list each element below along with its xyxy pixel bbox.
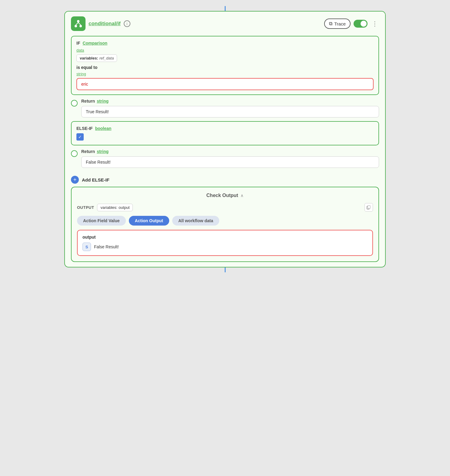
field-label[interactable]: data (76, 48, 374, 53)
app-title[interactable]: conditional/if (89, 21, 121, 27)
return-true-content: Return string (81, 99, 379, 117)
collapse-icon[interactable]: ∧ (240, 193, 243, 198)
connector-bottom (225, 267, 226, 272)
return-dot-true (71, 100, 78, 107)
if-section: IF Comparison data variables: ref_data i… (71, 36, 379, 95)
return-false-label-text: Return (81, 149, 95, 154)
return-false-input[interactable] (81, 156, 379, 168)
svg-line-4 (78, 22, 81, 25)
result-value-row: S False Result! (82, 243, 368, 251)
return-type-link[interactable]: string (97, 99, 109, 104)
result-text: False Result! (94, 244, 119, 249)
return-false-content: Return string (81, 149, 379, 168)
tab-2-label: All workflow data (178, 218, 213, 223)
check-output-title: Check Output (207, 193, 238, 198)
trace-button[interactable]: ⧉ Trace (324, 19, 351, 29)
svg-rect-6 (368, 206, 370, 209)
trace-icon: ⧉ (329, 21, 332, 26)
tab-all-workflow-data[interactable]: All workflow data (172, 216, 219, 226)
add-else-row: + Add ELSE-IF (71, 172, 379, 185)
check-output-section: Check Output ∧ OUTPUT variables: output (71, 187, 379, 262)
svg-point-2 (79, 25, 82, 27)
return-true-row: Return string (71, 95, 379, 121)
app-icon (71, 16, 86, 31)
enable-toggle[interactable] (354, 20, 368, 28)
output-label: OUTPUT (77, 205, 94, 210)
more-options-icon[interactable]: ⋮ (371, 19, 379, 29)
variables-pill: variables: ref_data (76, 54, 117, 62)
checkmark-icon: ✓ (78, 134, 82, 139)
type-label[interactable]: string (76, 72, 374, 76)
else-if-text: ELSE-IF (76, 126, 93, 131)
boolean-checkbox[interactable]: ✓ (76, 133, 84, 141)
return-false-row: Return string (71, 145, 379, 172)
tab-action-field-value[interactable]: Action Field Value (77, 216, 126, 226)
return-false-type-link[interactable]: string (97, 149, 109, 154)
add-else-button[interactable]: + (71, 176, 79, 184)
tab-1-label: Action Output (135, 218, 163, 223)
return-true-label: Return string (81, 99, 379, 104)
svg-point-1 (75, 25, 77, 27)
output-pill-value: output (119, 205, 129, 210)
else-if-type-link[interactable]: boolean (95, 126, 112, 131)
main-card: conditional/if i ⧉ Trace ⋮ IF Comparison… (64, 11, 386, 267)
comparison-link[interactable]: Comparison (82, 41, 107, 46)
tab-row: Action Field Value Action Output All wor… (77, 216, 373, 226)
if-text: IF (76, 41, 80, 46)
output-result-box: output S False Result! (77, 230, 373, 256)
else-if-label: ELSE-IF boolean (76, 126, 374, 131)
pill-key: variables: (80, 56, 98, 60)
output-row: OUTPUT variables: output (77, 203, 373, 212)
tab-0-label: Action Field Value (83, 218, 120, 223)
check-output-header: Check Output ∧ (77, 193, 373, 198)
return-label-text: Return (81, 99, 95, 104)
add-else-label: Add ELSE-IF (82, 177, 109, 182)
s-badge: S (82, 243, 91, 251)
connector-top (225, 6, 226, 11)
svg-line-3 (76, 22, 78, 25)
if-label: IF Comparison (76, 41, 374, 46)
tab-action-output[interactable]: Action Output (129, 216, 169, 226)
copy-button[interactable] (364, 203, 373, 212)
pill-value: ref_data (99, 56, 114, 60)
result-key: output (82, 235, 368, 240)
card-body: IF Comparison data variables: ref_data i… (65, 36, 385, 267)
output-pill-key: variables: (100, 205, 117, 210)
return-dot-false (71, 150, 78, 157)
svg-point-0 (77, 20, 79, 22)
header-right: ⧉ Trace ⋮ (324, 19, 379, 29)
equals-label: is equal to (76, 65, 374, 70)
output-pill: variables: output (97, 204, 133, 211)
trace-label: Trace (334, 21, 346, 26)
info-icon[interactable]: i (124, 20, 130, 27)
card-header: conditional/if i ⧉ Trace ⋮ (65, 12, 385, 36)
value-input[interactable] (76, 78, 374, 90)
return-false-label: Return string (81, 149, 379, 154)
page-wrapper: conditional/if i ⧉ Trace ⋮ IF Comparison… (64, 6, 386, 272)
else-if-section: ELSE-IF boolean ✓ (71, 121, 379, 145)
return-true-input[interactable] (81, 106, 379, 117)
